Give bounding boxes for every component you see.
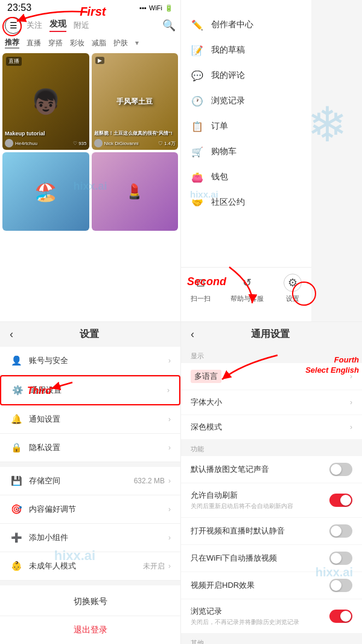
setting-darkmode[interactable]: 深色模式 ›: [181, 415, 362, 440]
subtab-makeup[interactable]: 彩妆: [70, 38, 84, 48]
setting-hdr[interactable]: 视频开启HDR效果: [181, 572, 362, 599]
menu-item-orders[interactable]: 📋 订单: [191, 114, 311, 139]
browse-history-toggle[interactable]: [329, 610, 352, 623]
notify-icon: 🔔: [10, 413, 23, 426]
scan-icon: ⊡: [192, 274, 210, 292]
setting-browse-history[interactable]: 浏览记录 关闭后，不再记录并将删除历史浏览记录: [181, 599, 362, 634]
search-icon[interactable]: 🔍: [162, 19, 176, 32]
settings-header: ‹ 设置: [0, 322, 180, 347]
auto-refresh-sub: 关闭后重新启动后将不会自动刷新内容: [191, 502, 329, 510]
notify-arrow: ›: [168, 415, 171, 423]
settings-item-notify[interactable]: 🔔 通知设置 ›: [0, 405, 180, 434]
menu-button[interactable]: ☰: [5, 17, 22, 34]
settings-item-storage[interactable]: 💾 存储空间 632.2 MB ›: [0, 467, 180, 495]
content-arrow: ›: [168, 505, 171, 514]
card1-likes: ♡ 935: [73, 141, 87, 146]
minor-arrow: ›: [168, 562, 171, 570]
menu-item-creator[interactable]: ✏️ 创作者中心: [191, 12, 311, 37]
tab-nearby[interactable]: 附近: [74, 20, 89, 31]
auto-sound-toggle[interactable]: [329, 463, 352, 476]
menu-label-wallet: 钱包: [211, 172, 228, 182]
subtab-live[interactable]: 直播: [27, 38, 41, 48]
subtab-diet[interactable]: 减脂: [92, 38, 106, 48]
tab-discover[interactable]: 发现: [49, 19, 66, 32]
menu-label-comments: 我的评论: [211, 70, 245, 81]
wifi-only-toggle[interactable]: [329, 552, 352, 565]
subtab-skincare[interactable]: 护肤: [113, 38, 128, 48]
menu-label-community: 社区公约: [211, 197, 245, 208]
general-settings-header: ‹ 通用设置: [181, 322, 362, 347]
browse-history-label: 浏览记录: [191, 606, 329, 617]
menu-label-drafts: 我的草稿: [211, 45, 245, 56]
help-button[interactable]: ↺ 帮助与客服: [230, 274, 264, 303]
widget-arrow: ›: [168, 533, 171, 542]
setting-fontsize[interactable]: 字体大小 ›: [181, 390, 362, 415]
status-bar: 23:53 ▪▪▪ WiFi 🔋: [0, 0, 180, 16]
menu-bottom-bar: ⊡ 扫一扫 ↺ 帮助与客服 ⚙ 设置: [181, 267, 311, 309]
hdr-toggle[interactable]: [329, 579, 352, 592]
menu-item-wallet[interactable]: 👛 钱包: [191, 164, 311, 190]
back-button[interactable]: ‹: [10, 328, 13, 341]
account-label: 账号与安全: [29, 355, 168, 366]
tab-follow[interactable]: 关注: [27, 20, 42, 31]
setting-auto-sound[interactable]: 默认播放图文笔记声音: [181, 456, 362, 483]
settings-item-privacy[interactable]: 🔒 隐私设置 ›: [0, 434, 180, 462]
storage-label: 存储空间: [29, 475, 134, 486]
settings-button[interactable]: ⚙ 设置: [284, 274, 302, 303]
menu-item-community[interactable]: 🤝 社区公约: [191, 190, 311, 215]
subtab-outfit[interactable]: 穿搭: [48, 38, 63, 48]
settings-item-content[interactable]: 🎯 内容偏好调节 ›: [0, 495, 180, 524]
content-icon: 🎯: [10, 503, 23, 516]
setting-language[interactable]: 多语言 ›: [181, 363, 362, 390]
setting-auto-refresh[interactable]: 允许自动刷新 关闭后重新启动后将不会自动刷新内容: [181, 483, 362, 518]
minor-icon: 👶: [10, 559, 23, 573]
settings-item-minor[interactable]: 👶 未成年人模式 未开启 ›: [0, 552, 180, 581]
logout-button[interactable]: 退出登录: [0, 616, 180, 644]
settings-item-account[interactable]: 👤 账号与安全 ›: [0, 347, 180, 375]
language-arrow: ›: [350, 372, 352, 381]
darkmode-arrow: ›: [350, 423, 352, 431]
content-card-3[interactable]: 🏖️: [2, 152, 89, 231]
general-icon: ⚙️: [11, 384, 24, 397]
card2-video-tag: ▶: [95, 57, 104, 64]
menu-item-comments[interactable]: 💬 我的评论: [191, 63, 311, 88]
menu-item-history[interactable]: 🕐 浏览记录: [191, 88, 311, 114]
card2-authorname: Nick DiGiovanni: [104, 141, 139, 146]
language-label: 多语言: [191, 370, 221, 383]
menu-label-creator: 创作者中心: [211, 19, 253, 30]
settings-item-general[interactable]: ⚙️ 通用设置 ›: [0, 375, 180, 405]
quadrant-feed: 23:53 ▪▪▪ WiFi 🔋 ☰ 关注 发现 附近 🔍 推荐 直播 穿搭 彩…: [0, 0, 181, 322]
darkmode-label: 深色模式: [191, 422, 350, 433]
subtab-recommend[interactable]: 推荐: [5, 37, 19, 48]
content-card-4[interactable]: 💄: [92, 152, 179, 231]
content-grid: 👦🏿 直播 He4rtchuu ♡ 935 Makeup tutorial 手风…: [0, 51, 180, 233]
app-header: ☰ 关注 发现 附近 🔍: [0, 16, 180, 35]
settings-item-widget[interactable]: ➕ 添加小组件 ›: [0, 524, 180, 552]
signal-icon: ▪▪▪: [139, 4, 147, 11]
content-card-2[interactable]: 手风琴土豆 ▶ 超酥脆！土豆这么做真的很有"风情"! Nick DiGiovan…: [92, 53, 179, 150]
setting-wifi-only[interactable]: 只在WiFi下自动播放视频: [181, 545, 362, 572]
auto-refresh-toggle[interactable]: [329, 494, 352, 507]
scan-button[interactable]: ⊡ 扫一扫: [191, 274, 211, 303]
auto-refresh-text-area: 允许自动刷新 关闭后重新启动后将不会自动刷新内容: [191, 490, 329, 510]
storage-arrow: ›: [168, 477, 171, 485]
card2-title: 超酥脆！土豆这么做真的很有"风情"!: [94, 130, 176, 137]
wifi-icon: WiFi: [149, 4, 162, 11]
orders-icon: 📋: [191, 120, 204, 133]
creator-icon: ✏️: [191, 18, 204, 31]
default-mute-toggle[interactable]: [329, 524, 352, 538]
help-icon: ↺: [238, 274, 256, 292]
setting-default-mute[interactable]: 打开视频和直播时默认静音: [181, 518, 362, 545]
wifi-only-label: 只在WiFi下自动播放视频: [191, 553, 329, 564]
content-card-1[interactable]: 👦🏿 直播 He4rtchuu ♡ 935 Makeup tutorial: [2, 53, 89, 150]
subtab-more[interactable]: ▾: [135, 39, 139, 47]
content-label: 内容偏好调节: [29, 504, 168, 515]
quadrant-general-settings: ‹ 通用设置 显示 多语言 › 字体大小 › 深色模式 › 功能 默认播放图文笔…: [181, 322, 362, 644]
browse-history-sub: 关闭后，不再记录并将删除历史浏览记录: [191, 618, 329, 626]
general-back-button[interactable]: ‹: [191, 328, 194, 341]
menu-item-cart[interactable]: 🛒 购物车: [191, 139, 311, 164]
general-label: 通用设置: [30, 385, 167, 396]
menu-item-drafts[interactable]: 📝 我的草稿: [191, 37, 311, 63]
switch-account-button[interactable]: 切换账号: [0, 588, 180, 616]
account-icon: 👤: [10, 354, 23, 367]
